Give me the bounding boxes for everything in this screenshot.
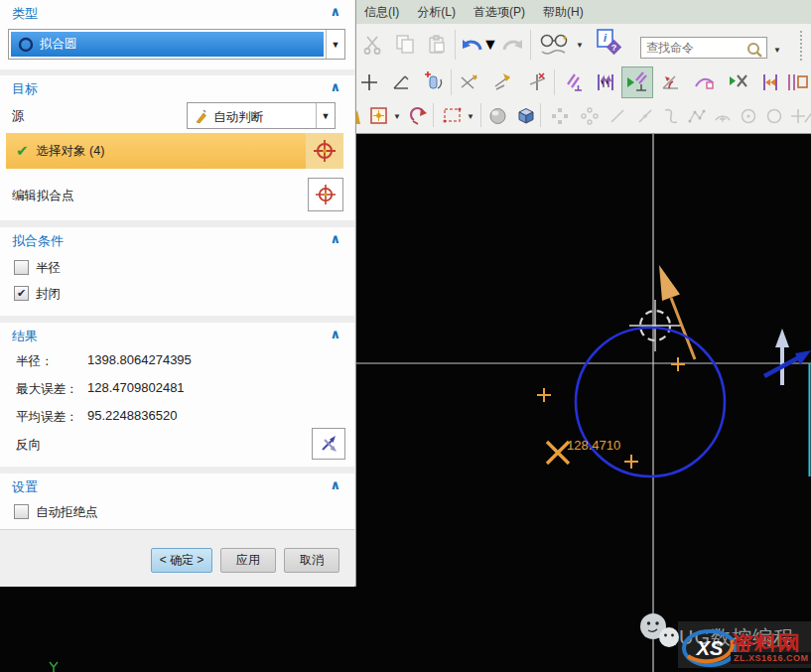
auto-reject-label: 自动拒绝点 (36, 504, 98, 521)
parallel-constraint-icon[interactable] (560, 67, 588, 97)
section-target-title: 目标 (12, 80, 38, 98)
axis-arrow-light-blue (775, 329, 789, 385)
cut-icon[interactable] (359, 30, 387, 60)
scatter-points-2-icon[interactable] (576, 101, 604, 131)
midpoint-constraint-icon[interactable] (756, 67, 784, 97)
menu-help[interactable]: 帮助(H) (534, 1, 593, 24)
finder-dropdown-icon[interactable]: ▼ (574, 30, 586, 60)
section-result-title: 结果 (12, 328, 38, 345)
fit-point-3 (624, 455, 638, 469)
ok-button[interactable]: < 确定 > (151, 548, 212, 573)
search-icon[interactable] (743, 35, 766, 65)
snap-polyline-icon[interactable] (683, 101, 711, 131)
section-result: 结果 ∧ 半径： 1398.8064274395 最大误差： 128.47098… (0, 323, 354, 467)
edit-fit-points-label: 编辑拟合点 (12, 188, 74, 204)
trim-curve-icon[interactable] (457, 67, 484, 97)
search-dropdown-icon[interactable]: ▼ (770, 35, 784, 65)
perpendicular-constraint-icon-active[interactable] (621, 67, 653, 98)
fit-curve-dialog: 类型 ∧ 拟合圆 ▼ 目标 ∧ 源 自动判断 ▼ ✔ 选择对象 (4) (0, 0, 356, 587)
collapse-icon[interactable]: ∧ (330, 4, 340, 19)
snap-circle-center-icon[interactable] (735, 101, 762, 131)
fit-circle-curve[interactable] (576, 328, 725, 476)
shaded-box-view-icon[interactable] (512, 101, 540, 131)
menu-preferences[interactable]: 首选项(P) (465, 1, 534, 24)
radius-checkbox[interactable] (14, 260, 29, 275)
extend-curve-icon[interactable] (490, 67, 518, 97)
snap-endpoint-icon[interactable] (604, 101, 631, 131)
scatter-points-icon[interactable] (546, 101, 574, 131)
select-objects-target-button[interactable] (306, 133, 343, 169)
menu-analysis[interactable]: 分析(L) (408, 1, 465, 24)
rectangle-select-icon[interactable] (439, 101, 467, 131)
section-type: 类型 ∧ 拟合圆 ▼ (0, 0, 354, 69)
closed-checkbox-label: 封闭 (36, 286, 61, 303)
reverse-direction-button[interactable] (312, 428, 345, 460)
source-dropdown-arrow-icon[interactable]: ▼ (316, 103, 335, 128)
symmetry-constraint-icon[interactable] (784, 67, 810, 97)
snap-point-settings-icon[interactable] (365, 101, 393, 131)
menu-info[interactable]: 信息(I) (355, 1, 408, 24)
auto-reject-checkbox[interactable] (14, 504, 29, 519)
direction-arrow[interactable] (659, 265, 695, 359)
collapse-icon[interactable]: ∧ (330, 79, 340, 94)
watermark-site-url: ZL.XS1616.COM (731, 652, 811, 664)
reverse-label: 反向 (16, 437, 41, 454)
collapse-icon[interactable]: ∧ (330, 477, 340, 492)
apply-button[interactable]: 应用 (220, 548, 276, 573)
type-dropdown[interactable]: 拟合圆 ▼ (8, 29, 345, 60)
copy-icon[interactable] (391, 30, 419, 60)
fit-point-1 (537, 388, 551, 402)
information-window-icon[interactable]: i ? (592, 28, 625, 58)
radius-checkbox-label: 半径 (36, 260, 61, 277)
undo-dropdown-icon[interactable]: ▼ (484, 30, 496, 60)
point-tool-icon[interactable] (355, 67, 383, 97)
toolbar-grip[interactable] (800, 31, 802, 61)
deviation-value-label: 128.4710 (567, 438, 620, 453)
dialog-footer: < 确定 > 应用 取消 (0, 529, 354, 587)
xs-logo-text: XS (696, 637, 724, 659)
show-constraints-icon[interactable] (725, 67, 752, 97)
infer-icon (194, 108, 207, 124)
redo-icon[interactable] (498, 30, 526, 60)
command-finder-icon[interactable] (536, 30, 572, 60)
angle-dimension-icon[interactable] (657, 67, 685, 97)
revolve-tool-icon[interactable] (419, 67, 447, 97)
profile-tool-icon[interactable] (387, 67, 415, 97)
menu-bar: 信息(I) 分析(L) 首选项(P) 帮助(H) (355, 0, 811, 24)
result-radius-value: 1398.8064274395 (87, 352, 192, 367)
source-label: 源 (12, 108, 25, 125)
fit-circle-icon (18, 37, 34, 53)
result-max-error-label: 最大误差： (16, 381, 78, 398)
result-avg-error-value: 95.2248836520 (87, 408, 177, 423)
tangent-constraint-icon[interactable] (691, 67, 719, 97)
shaded-view-icon[interactable] (484, 101, 512, 131)
wcs-y-axis-mark (50, 662, 58, 672)
snap-dropdown-icon[interactable]: ▼ (391, 101, 403, 131)
collapse-icon[interactable]: ∧ (330, 231, 340, 246)
snap-curve-icon[interactable] (657, 101, 685, 131)
source-dropdown[interactable]: 自动判断 ▼ (187, 102, 336, 129)
select-objects-row[interactable]: ✔ 选择对象 (4) (6, 133, 306, 169)
split-curve-icon[interactable] (524, 67, 552, 97)
green-check-icon: ✔ (16, 142, 29, 160)
cancel-button[interactable]: 取消 (284, 548, 339, 573)
section-settings: 设置 ∧ 自动拒绝点 (0, 473, 354, 529)
closed-checkbox[interactable]: ✔ (14, 286, 29, 301)
fit-point-2 (671, 357, 685, 371)
type-dropdown-arrow-icon[interactable]: ▼ (326, 30, 344, 59)
edit-fit-points-button[interactable] (308, 178, 343, 211)
result-radius-label: 半径： (16, 353, 54, 370)
select-objects-label: 选择对象 (4) (37, 143, 105, 160)
crosshair-target-icon (315, 184, 337, 205)
result-max-error-value: 128.4709802481 (87, 380, 185, 395)
snap-arc-center-icon[interactable] (709, 101, 737, 131)
section-conditions: 拟合条件 ∧ 半径 ✔ 封闭 (0, 227, 354, 316)
snap-midpoint-icon[interactable] (631, 101, 659, 131)
collapse-icon[interactable]: ∧ (330, 327, 340, 341)
paste-icon[interactable] (423, 30, 451, 60)
snap-slash-icon[interactable] (804, 101, 811, 131)
point-constraint-icon[interactable] (592, 67, 619, 97)
max-deviation-point-marker[interactable] (547, 442, 569, 464)
rotate-view-icon[interactable] (405, 101, 433, 131)
select-dropdown-icon[interactable]: ▼ (465, 101, 476, 131)
